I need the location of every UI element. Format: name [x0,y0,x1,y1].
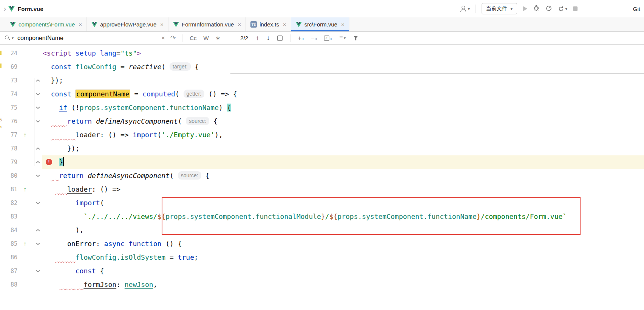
code-text[interactable]: formJson: newJson, [43,278,644,291]
code-line-82[interactable]: 82 import( [0,196,644,210]
code-line-69[interactable]: 69 const flowConfig = reactive( target: … [0,60,644,74]
tab-close-icon[interactable]: × [341,21,344,28]
select-all-occurrences-icon[interactable]: ✓II [324,36,332,41]
git-widget[interactable]: Git [633,6,640,12]
add-occurrence-icon[interactable]: +II [298,35,304,41]
tab-src-form-vue[interactable]: src\Form.vue× [291,17,349,31]
gutter-arrow-icon[interactable]: ↑ [23,237,26,251]
open-in-find-window-icon[interactable] [277,36,283,41]
tab-forminformation-vue[interactable]: FormInformation.vue× [168,17,246,31]
search-input[interactable] [17,34,159,42]
gutter-arrow-icon[interactable]: ↑ [23,183,26,196]
code-text[interactable]: }); [43,74,644,87]
run-button[interactable] [523,6,527,11]
regex-toggle[interactable]: ∗ [216,35,221,42]
code-token: "ts" [120,49,137,57]
code-token [55,253,76,261]
code-text[interactable]: } [43,155,644,169]
chevron-down-icon: ▾ [344,36,346,40]
editor-pane[interactable]: 24<script setup lang="ts">69 const flowC… [0,45,644,310]
fold-down-icon[interactable] [36,93,40,96]
tab-label: index.ts [259,21,279,28]
code-text[interactable]: loader: () => [43,183,644,196]
code-text[interactable]: onError: async function () { [43,237,644,251]
line-number: 85 [0,237,17,251]
tab-close-icon[interactable]: × [238,21,241,28]
fold-down-icon[interactable] [36,202,40,205]
code-token: lang [100,49,116,57]
match-case-toggle[interactable]: Cc [190,35,196,41]
debug-button[interactable] [533,5,540,13]
code-text[interactable]: import( [43,196,644,210]
code-line-87[interactable]: 87 const { [0,264,644,278]
code-line-86[interactable]: 86 flowConfig.isOldSystem = true; [0,251,644,264]
whole-words-toggle[interactable]: W [204,35,209,41]
code-text[interactable]: <script setup lang="ts"> [43,46,644,60]
code-token: }); [43,76,63,84]
fold-up-icon[interactable] [36,229,40,232]
stop-button[interactable] [573,6,578,11]
tab-close-icon[interactable]: × [160,21,164,28]
code-text[interactable]: `./../../../views/${props.systemComponen… [43,210,644,223]
code-line-75[interactable]: 75 if (!props.systemComponent.functionNa… [0,101,644,115]
previous-occurrence-button[interactable]: ↑ [256,34,259,42]
code-line-77[interactable]: 77↑ loader: () => import('./Empty.vue'), [0,128,644,142]
code-text[interactable]: const { [43,264,644,278]
gutter-arrow-icon[interactable]: ↑ [23,128,26,142]
tab-components-form-vue[interactable]: components\Form.vue× [5,17,87,31]
code-text[interactable]: }); [43,142,644,155]
profiler-button[interactable] [545,5,552,13]
clear-search-icon[interactable]: × [161,34,165,42]
code-text[interactable]: loader: () => import('./Empty.vue'), [43,128,644,142]
fold-up-icon[interactable] [36,147,40,150]
fold-up-icon[interactable] [36,79,40,82]
tab-close-icon[interactable]: × [283,21,286,28]
find-toolbar: ▾ × ↷ Cc W ∗ 2/2 ↑ ↓ +II −II ✓II ≡ ▾ [0,32,644,45]
fold-down-icon[interactable] [36,242,40,245]
code-token: = [130,90,143,98]
code-line-84[interactable]: 84 ), [0,223,644,237]
fold-down-icon[interactable] [36,106,40,109]
code-line-83[interactable]: 83 `./../../../views/${props.systemCompo… [0,210,644,223]
tab-index-ts[interactable]: TSindex.ts× [246,17,291,31]
code-text[interactable]: ), [43,223,644,237]
filter-icon[interactable] [353,36,358,40]
rerun-button[interactable]: ▾ [558,6,567,12]
code-text[interactable]: if (!props.systemComponent.functionName)… [43,101,644,115]
user-account-button[interactable]: ▾ [460,6,470,12]
inlay-hint: source: [186,117,209,125]
code-token: props.systemComponent.functionName [337,212,476,220]
code-line-73[interactable]: 73 }); [0,74,644,87]
code-token [71,90,76,98]
code-text[interactable]: flowConfig.isOldSystem = true; [43,251,644,264]
code-line-85[interactable]: 85↑ onError: async function () { [0,237,644,251]
search-options-icon[interactable]: ≡ ▾ [339,34,346,42]
remove-occurrence-icon[interactable]: −II [311,35,317,41]
window-title: Form.vue [18,6,43,12]
code-line-79[interactable]: 79! } [0,155,644,169]
tab-approveflowpage-vue[interactable]: approveFlowPage.vue× [87,17,168,31]
code-line-80[interactable]: 80 return defineAsyncComponent( source: … [0,169,644,183]
search-history-icon[interactable]: ↷ [170,34,176,42]
fold-down-icon[interactable] [36,270,40,273]
fold-down-icon[interactable] [36,174,40,177]
code-text[interactable]: const componentName = computed( getter: … [43,87,644,101]
code-line-76[interactable]: 76 return defineAsyncComponent( source: … [0,115,644,128]
code-text[interactable]: return defineAsyncComponent( source: { [43,169,644,183]
fold-up-icon[interactable] [36,161,40,164]
next-occurrence-button[interactable]: ↓ [267,34,270,42]
tab-close-icon[interactable]: × [79,21,82,28]
run-config-selector[interactable]: 当前文件 ▾ [482,3,517,14]
search-icon[interactable] [5,35,11,41]
code-text[interactable]: const flowConfig = reactive( target: { [43,60,644,74]
code-line-81[interactable]: 81↑ loader: () => [0,183,644,196]
code-text[interactable]: return defineAsyncComponent( source: { [43,115,644,128]
code-line-24[interactable]: 24<script setup lang="ts"> [0,46,644,60]
chevron-down-icon: ▾ [468,7,470,11]
code-line-78[interactable]: 78 }); [0,142,644,155]
code-line-74[interactable]: 74 const componentName = computed( gette… [0,87,644,101]
code-line-88[interactable]: 88 formJson: newJson, [0,278,644,291]
code-token: const [76,267,96,275]
code-token: > [137,49,141,57]
fold-down-icon[interactable] [36,120,40,123]
